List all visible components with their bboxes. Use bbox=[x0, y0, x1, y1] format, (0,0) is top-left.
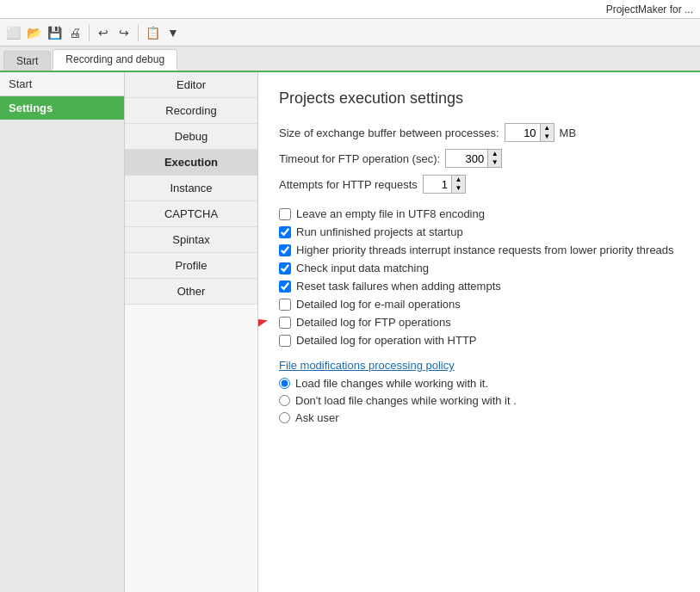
check-priority-label[interactable]: Higher priority threads interrupt instan… bbox=[296, 244, 674, 256]
divider-1 bbox=[279, 200, 679, 207]
tab-recording-debug[interactable]: Recording and debug bbox=[53, 49, 177, 71]
check-input-match-label[interactable]: Check input data matching bbox=[296, 262, 429, 274]
check-http-log-input[interactable] bbox=[279, 335, 291, 347]
http-attempts-spin-buttons: ▲ ▼ bbox=[451, 176, 465, 193]
exchange-buffer-down[interactable]: ▼ bbox=[540, 133, 554, 141]
sidebar-spacer bbox=[0, 120, 124, 592]
check-reset-task-input[interactable] bbox=[279, 281, 291, 293]
radio-dont-load-input[interactable] bbox=[279, 395, 290, 406]
check-ftp-log: Detailed log for FTP operations bbox=[279, 316, 679, 329]
http-attempts-down[interactable]: ▼ bbox=[451, 184, 465, 193]
sidebar-item-start[interactable]: Start bbox=[0, 72, 124, 96]
exchange-buffer-input[interactable] bbox=[505, 125, 540, 141]
radio-load-changes-label[interactable]: Load file changes while working with it. bbox=[295, 377, 488, 390]
tab-start[interactable]: Start bbox=[3, 51, 51, 71]
subnav-spintax[interactable]: Spintax bbox=[125, 227, 257, 253]
http-attempts-input[interactable] bbox=[424, 176, 451, 193]
subnav-editor[interactable]: Editor bbox=[125, 72, 257, 98]
ftp-timeout-spin-buttons: ▲ ▼ bbox=[487, 150, 501, 167]
check-unfinished-label[interactable]: Run unfinished projects at startup bbox=[296, 225, 463, 238]
file-mod-policy-link[interactable]: File modifications processing policy bbox=[279, 359, 679, 372]
check-priority-input[interactable] bbox=[279, 244, 291, 256]
check-http-log-label[interactable]: Detailed log for operation with HTTP bbox=[296, 334, 477, 347]
check-utf8: Leave an empty file in UTF8 encoding bbox=[279, 207, 679, 220]
toolbar-dropdown-btn[interactable]: ▼ bbox=[164, 23, 183, 42]
content-title: Projects execution settings bbox=[279, 89, 679, 108]
subnav-execution[interactable]: Execution bbox=[125, 150, 257, 176]
check-utf8-input[interactable] bbox=[279, 208, 291, 220]
check-ftp-log-label[interactable]: Detailed log for FTP operations bbox=[296, 316, 451, 329]
ftp-timeout-up[interactable]: ▲ bbox=[487, 150, 501, 158]
radio-load-changes-input[interactable] bbox=[279, 378, 290, 389]
subnav: Editor Recording Debug Execution Instanc… bbox=[125, 72, 258, 592]
radio-ask-user-label[interactable]: Ask user bbox=[295, 411, 339, 424]
check-email-log: Detailed log for e-mail operations bbox=[279, 298, 679, 311]
subnav-recording[interactable]: Recording bbox=[125, 98, 257, 124]
check-input-match: Check input data matching bbox=[279, 262, 679, 274]
exchange-buffer-label: Size of exchange buffer between processe… bbox=[279, 126, 499, 139]
toolbar-sep-1 bbox=[89, 24, 90, 41]
red-arrow-annotation bbox=[258, 306, 288, 358]
ftp-timeout-label: Timeout for FTP operation (sec): bbox=[279, 152, 440, 165]
check-email-log-label[interactable]: Detailed log for e-mail operations bbox=[296, 298, 461, 311]
detailed-log-section: Detailed log for e-mail operations Detai… bbox=[279, 298, 679, 347]
titlebar: ProjectMaker for ... bbox=[0, 0, 700, 19]
check-utf8-label[interactable]: Leave an empty file in UTF8 encoding bbox=[296, 207, 485, 220]
check-reset-task: Reset task failures when adding attempts bbox=[279, 280, 679, 293]
radio-ask-user: Ask user bbox=[279, 411, 679, 424]
exchange-buffer-spin-buttons: ▲ ▼ bbox=[540, 124, 554, 141]
http-attempts-row: Attempts for HTTP requests ▲ ▼ bbox=[279, 175, 679, 194]
radio-dont-load-label[interactable]: Don't load file changes while working wi… bbox=[295, 394, 517, 407]
ftp-timeout-down[interactable]: ▼ bbox=[487, 158, 501, 167]
toolbar-redo-btn[interactable]: ↪ bbox=[115, 23, 133, 42]
radio-ask-user-input[interactable] bbox=[279, 412, 290, 423]
http-attempts-up[interactable]: ▲ bbox=[451, 176, 465, 184]
toolbar-open-btn[interactable]: 📂 bbox=[24, 23, 43, 42]
exchange-buffer-spinner: ▲ ▼ bbox=[505, 123, 554, 142]
divider-2 bbox=[279, 352, 679, 359]
check-unfinished-input[interactable] bbox=[279, 226, 291, 238]
exchange-buffer-row: Size of exchange buffer between processe… bbox=[279, 123, 679, 142]
http-attempts-label: Attempts for HTTP requests bbox=[279, 178, 418, 191]
toolbar-undo-btn[interactable]: ↩ bbox=[94, 23, 113, 42]
subnav-other[interactable]: Other bbox=[125, 279, 257, 305]
radio-load-changes: Load file changes while working with it. bbox=[279, 377, 679, 390]
sidebar-item-settings[interactable]: Settings bbox=[0, 96, 124, 120]
exchange-buffer-unit: MB bbox=[560, 126, 577, 139]
ftp-timeout-input[interactable] bbox=[446, 151, 487, 167]
ftp-timeout-spinner: ▲ ▼ bbox=[445, 149, 502, 168]
http-attempts-spinner: ▲ ▼ bbox=[423, 175, 466, 194]
subnav-instance[interactable]: Instance bbox=[125, 176, 257, 201]
toolbar-copy-btn[interactable]: 📋 bbox=[143, 23, 162, 42]
toolbar-print-btn[interactable]: 🖨 bbox=[65, 23, 84, 42]
check-reset-task-label[interactable]: Reset task failures when adding attempts bbox=[296, 280, 501, 293]
subnav-profile[interactable]: Profile bbox=[125, 253, 257, 279]
content-panel: Projects execution settings Size of exch… bbox=[258, 72, 700, 592]
main-layout: Start Settings Editor Recording Debug Ex… bbox=[0, 72, 700, 592]
exchange-buffer-up[interactable]: ▲ bbox=[540, 124, 554, 133]
toolbar-save-btn[interactable]: 💾 bbox=[45, 23, 64, 42]
check-ftp-log-input[interactable] bbox=[279, 317, 291, 329]
check-input-match-input[interactable] bbox=[279, 262, 291, 274]
subnav-captcha[interactable]: CAPTCHA bbox=[125, 201, 257, 227]
subnav-debug[interactable]: Debug bbox=[125, 124, 257, 150]
ftp-timeout-row: Timeout for FTP operation (sec): ▲ ▼ bbox=[279, 149, 679, 168]
check-http-log: Detailed log for operation with HTTP bbox=[279, 334, 679, 347]
tabs-bar: Start Recording and debug bbox=[0, 46, 700, 72]
toolbar-new-btn[interactable]: ⬜ bbox=[3, 23, 22, 42]
toolbar-sep-2 bbox=[138, 24, 139, 41]
radio-dont-load: Don't load file changes while working wi… bbox=[279, 394, 679, 407]
titlebar-text: ProjectMaker for ... bbox=[606, 3, 693, 15]
check-unfinished: Run unfinished projects at startup bbox=[279, 225, 679, 238]
check-email-log-input[interactable] bbox=[279, 299, 291, 311]
check-priority: Higher priority threads interrupt instan… bbox=[279, 244, 679, 256]
sidebar: Start Settings bbox=[0, 72, 125, 592]
toolbar: ⬜ 📂 💾 🖨 ↩ ↪ 📋 ▼ bbox=[0, 19, 700, 46]
